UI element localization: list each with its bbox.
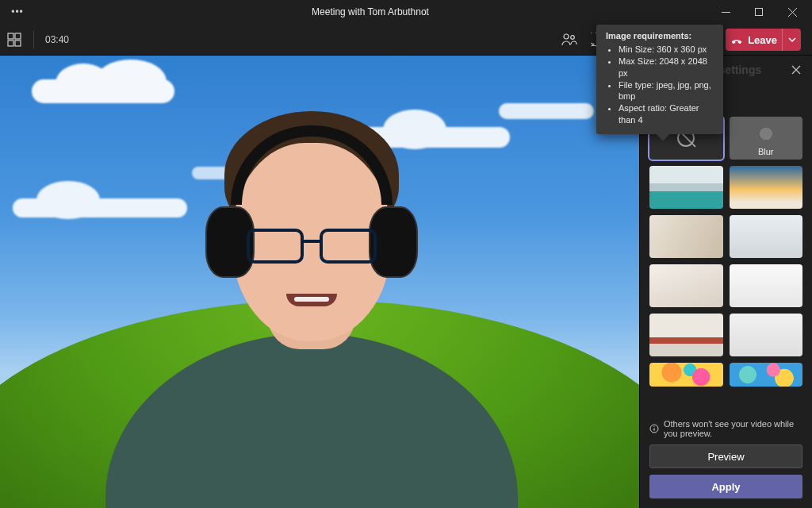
background-option[interactable] xyxy=(730,264,803,307)
svg-rect-1 xyxy=(8,33,13,39)
preview-notice: Others won't see your video while you pr… xyxy=(649,419,802,438)
svg-point-5 xyxy=(564,34,569,39)
apply-label: Apply xyxy=(711,481,740,493)
app-window: ••• Meeting with Tom Arbuthnot 03:40 xyxy=(0,0,812,508)
notice-text: Others won't see your video while you pr… xyxy=(664,419,802,438)
apply-button[interactable]: Apply xyxy=(649,475,802,498)
background-option[interactable] xyxy=(730,166,803,209)
image-requirements-tooltip: Image requirements: Min Size: 360 x 360 … xyxy=(596,25,723,134)
leave-button[interactable]: Leave xyxy=(726,29,801,51)
background-option[interactable] xyxy=(730,215,803,258)
cloud-icon xyxy=(499,103,594,119)
background-option[interactable] xyxy=(730,363,803,387)
background-option[interactable] xyxy=(649,215,723,258)
toolbar-divider xyxy=(33,31,34,48)
video-stage xyxy=(0,56,639,508)
preview-button[interactable]: Preview xyxy=(649,444,802,468)
tooltip-item: Min Size: 360 x 360 px xyxy=(619,44,715,56)
participants-button[interactable] xyxy=(561,32,577,48)
info-icon xyxy=(649,424,659,433)
cloud-icon xyxy=(32,79,174,103)
close-window-button[interactable] xyxy=(776,0,809,24)
leave-dropdown[interactable] xyxy=(782,29,801,51)
svg-rect-2 xyxy=(15,33,21,39)
tooltip-item: File type: jpeg, jpg, png, bmp xyxy=(619,79,715,103)
background-option[interactable] xyxy=(649,264,723,307)
background-option[interactable] xyxy=(730,314,803,356)
close-panel-button[interactable] xyxy=(791,65,801,75)
gallery-layout-button[interactable] xyxy=(6,32,22,48)
maximize-button[interactable] xyxy=(742,0,776,24)
titlebar: ••• Meeting with Tom Arbuthnot xyxy=(0,0,812,24)
background-option[interactable] xyxy=(649,166,723,209)
window-title: Meeting with Tom Arbuthnot xyxy=(32,6,709,17)
hangup-icon xyxy=(726,33,748,46)
tooltip-item: Aspect ratio: Greater than 4 xyxy=(619,102,715,126)
preview-label: Preview xyxy=(707,451,744,463)
background-option[interactable] xyxy=(649,314,723,356)
svg-rect-0 xyxy=(756,9,763,16)
tooltip-heading: Image requirements: xyxy=(606,31,715,40)
svg-point-6 xyxy=(571,35,575,39)
svg-point-12 xyxy=(653,426,654,427)
svg-rect-4 xyxy=(15,40,21,46)
glasses-icon xyxy=(247,229,377,264)
background-grid: ✓ Blur xyxy=(640,117,812,413)
more-menu-button[interactable]: ••• xyxy=(3,6,32,17)
tooltip-item: Max Size: 2048 x 2048 px xyxy=(619,56,715,79)
background-option-blur[interactable]: Blur xyxy=(730,117,803,160)
meeting-timer: 03:40 xyxy=(45,34,69,45)
svg-rect-3 xyxy=(8,40,13,46)
background-option[interactable] xyxy=(649,363,723,387)
blur-label: Blur xyxy=(730,147,803,156)
leave-label: Leave xyxy=(748,34,782,46)
participant-video xyxy=(105,127,518,508)
minimize-button[interactable] xyxy=(709,0,742,24)
